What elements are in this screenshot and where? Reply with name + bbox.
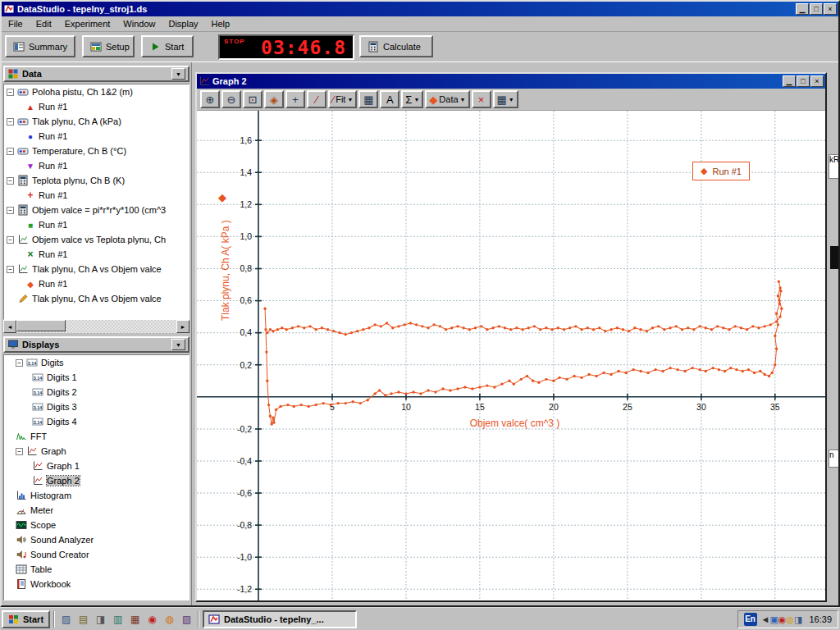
data-run-item[interactable]: ▼Run #1	[4, 158, 189, 173]
close-button[interactable]: ×	[824, 3, 837, 15]
antivirus-icon[interactable]: ◉	[778, 614, 787, 624]
slope-tool-button[interactable]: ∕	[307, 90, 326, 108]
quick-launch-5-icon[interactable]: ▦	[127, 611, 143, 627]
display-item-table[interactable]: Table	[4, 562, 189, 577]
data-panel-menu-button[interactable]: ▼	[171, 68, 185, 80]
calculator-tool-button[interactable]: ▦	[358, 90, 378, 108]
data-run-item[interactable]: +Run #1	[4, 188, 189, 203]
display-item-fft[interactable]: FFT	[4, 429, 189, 444]
settings-button[interactable]: ▦▼	[493, 90, 518, 108]
chart-canvas[interactable]: 1,61,41,21,00,80,60,40,2-0,2-0,4-0,6-0,8…	[197, 111, 825, 600]
display-item-meter[interactable]: Meter	[4, 503, 189, 518]
menu-help[interactable]: Help	[205, 17, 237, 30]
data-source-item[interactable]: −Tlak plynu, Ch A vs Objem valce	[4, 262, 189, 276]
collapse-expander-icon[interactable]: −	[7, 118, 14, 126]
zoom-in-button[interactable]: ⊕	[200, 90, 220, 108]
collapse-expander-icon[interactable]: −	[16, 448, 23, 455]
collapse-expander-icon[interactable]: −	[7, 236, 14, 244]
display-item-sound-analyzer[interactable]: Sound Analyzer	[4, 532, 189, 547]
quick-launch-4-icon[interactable]: ▥	[110, 611, 126, 627]
collapse-expander-icon[interactable]: −	[7, 266, 14, 273]
smart-tool-button[interactable]: +	[285, 90, 305, 108]
menu-file[interactable]: File	[2, 17, 30, 30]
menu-experiment[interactable]: Experiment	[58, 17, 117, 30]
display-item-scope[interactable]: Scope	[4, 518, 189, 532]
collapse-expander-icon[interactable]: −	[16, 359, 23, 367]
data-source-item[interactable]: Tlak plynu, Ch A vs Objem valce	[4, 291, 189, 306]
menu-edit[interactable]: Edit	[30, 17, 58, 30]
language-indicator[interactable]: En	[744, 613, 757, 626]
display-item-histogram[interactable]: Histogram	[4, 488, 189, 503]
display-item-digits-4[interactable]: 3.14Digits 4	[4, 414, 189, 429]
collapse-expander-icon[interactable]: −	[7, 89, 14, 96]
taskbar-button-datastudio[interactable]: DataStudio - tepelny_...	[203, 610, 357, 628]
data-source-item[interactable]: −Poloha pistu, Ch 1&2 (m)	[4, 84, 189, 99]
graph-close-button[interactable]: ×	[810, 75, 824, 87]
calculate-button[interactable]: Calculate	[359, 35, 433, 57]
display-item-digits-3[interactable]: 3.14Digits 3	[4, 399, 189, 414]
collapse-expander-icon[interactable]: −	[7, 148, 14, 155]
data-run-item[interactable]: ■Run #1	[4, 217, 189, 232]
graph-window-title-bar[interactable]: Graph 2 ▁ □ ×	[197, 74, 825, 89]
scrollbar-thumb[interactable]	[16, 320, 66, 331]
display-item-digits-2[interactable]: 3.14Digits 2	[4, 385, 189, 399]
scroll-right-button[interactable]: ►	[176, 320, 189, 333]
collapse-expander-icon[interactable]: −	[7, 207, 14, 214]
maximize-button[interactable]: □	[810, 3, 823, 15]
display-item-graph-2[interactable]: Graph 2	[4, 473, 189, 488]
volume-icon[interactable]: ◄	[761, 614, 770, 624]
display-item-digits-1[interactable]: 3.14Digits 1	[4, 370, 189, 385]
data-source-item[interactable]: −Tlak plynu, Ch A (kPa)	[4, 114, 189, 129]
quick-launch-8-icon[interactable]: ▧	[179, 611, 194, 627]
minimize-button[interactable]: ▁	[796, 3, 809, 15]
data-source-item[interactable]: −Objem valce = pi*r*r*y*100 (cm^3	[4, 203, 189, 217]
display-item-graph[interactable]: −Graph	[4, 444, 189, 459]
fit-menu-button[interactable]: ∕Fit▼	[328, 90, 357, 108]
zoom-select-button[interactable]: ⊡	[243, 90, 262, 108]
start-button[interactable]: Start	[2, 610, 50, 628]
graph-minimize-button[interactable]: ▁	[783, 75, 796, 87]
displays-panel-menu-button[interactable]: ▼	[171, 339, 185, 350]
x-axis-label[interactable]: Objem valce( cm^3 )	[443, 418, 587, 429]
y-axis-label[interactable]: Tlak plynu, Ch A( kPa )	[220, 144, 231, 398]
scroll-left-button[interactable]: ◄	[3, 320, 16, 333]
display-settings-icon[interactable]: ▣	[769, 614, 778, 624]
display-item-sound-creator[interactable]: Sound Creator	[4, 547, 189, 562]
menu-window[interactable]: Window	[116, 17, 162, 30]
network-icon[interactable]: ◨	[794, 614, 802, 624]
quick-launch-2-icon[interactable]: ▤	[75, 611, 91, 627]
data-source-item[interactable]: −Objem valce vs Teplota plynu, Ch	[4, 232, 189, 247]
scheduler-icon[interactable]: ◍	[786, 614, 794, 624]
setup-button[interactable]: Setup	[82, 35, 135, 57]
data-panel-header[interactable]: Data ▼	[3, 66, 189, 82]
display-item-digits[interactable]: −3.14Digits	[4, 355, 189, 370]
app-title-bar[interactable]: DataStudio - tepelny_stroj1.ds ▁ □ ×	[2, 2, 838, 16]
statistics-button[interactable]: Σ▼	[401, 90, 423, 108]
data-run-item[interactable]: ●Run #1	[4, 129, 189, 144]
quick-launch-1-icon[interactable]: ▨	[58, 611, 74, 627]
data-run-item[interactable]: ◆Run #1	[4, 276, 189, 291]
data-run-item[interactable]: ▲Run #1	[4, 99, 189, 114]
menu-display[interactable]: Display	[162, 17, 204, 30]
text-note-button[interactable]: A	[380, 90, 399, 108]
display-item-graph-1[interactable]: Graph 1	[4, 459, 189, 473]
data-run-item[interactable]: ×Run #1	[4, 247, 189, 262]
summary-button[interactable]: Summary	[5, 35, 75, 57]
scale-to-fit-button[interactable]: ◈	[264, 90, 284, 108]
data-source-item[interactable]: −Teplota plynu, Ch B (K)	[4, 173, 189, 188]
quick-launch-3-icon[interactable]: ◨	[93, 611, 108, 627]
quick-launch-6-icon[interactable]: ◉	[144, 611, 160, 627]
zoom-out-button[interactable]: ⊖	[221, 90, 241, 108]
displays-panel-header[interactable]: Displays ▼	[3, 336, 189, 353]
data-menu-button[interactable]: ◆Data▼	[425, 90, 469, 108]
y-axis-run-marker-icon[interactable]: ◆	[218, 191, 226, 203]
collapse-expander-icon[interactable]: −	[7, 177, 14, 185]
scrollbar-track[interactable]	[16, 320, 176, 333]
data-source-item[interactable]: −Temperature, Ch B (°C)	[4, 144, 189, 158]
chart-legend[interactable]: ◆ Run #1	[692, 162, 750, 180]
start-experiment-button[interactable]: Start	[141, 35, 194, 57]
graph-maximize-button[interactable]: □	[797, 75, 810, 87]
quick-launch-7-icon[interactable]: ◍	[162, 611, 177, 627]
remove-button[interactable]: ×	[472, 90, 491, 108]
display-item-workbook[interactable]: Workbook	[4, 577, 189, 591]
